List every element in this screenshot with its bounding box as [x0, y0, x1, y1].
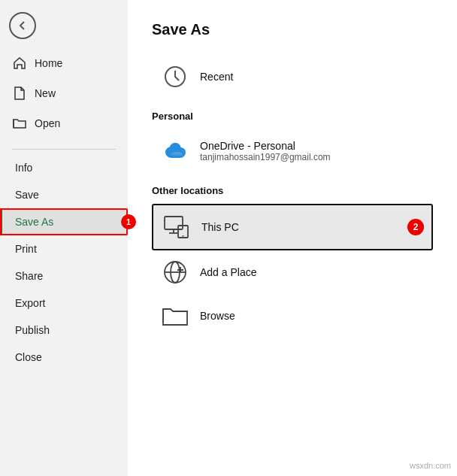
browse-option[interactable]: Browse	[152, 294, 433, 338]
sidebar-item-close[interactable]: Close	[0, 344, 128, 371]
annotation-badge-1: 1	[121, 214, 136, 229]
add-place-option-text: Add a Place	[200, 266, 257, 278]
add-place-option-title: Add a Place	[200, 266, 257, 278]
sidebar-item-print[interactable]: Print	[0, 235, 128, 262]
sidebar-item-home[interactable]: Home	[0, 48, 128, 78]
clock-icon	[161, 62, 189, 91]
sidebar: Home New Open Info	[0, 0, 128, 476]
onedrive-option-text: OneDrive - Personal tanjimahossain1997@g…	[200, 140, 331, 162]
home-icon	[12, 56, 27, 71]
sidebar-item-new[interactable]: New	[0, 78, 128, 108]
sidebar-item-info[interactable]: Info	[0, 154, 128, 181]
recent-option-text: Recent	[200, 71, 233, 83]
sidebar-divider	[12, 149, 116, 150]
sidebar-top-nav: Home New Open	[0, 48, 128, 144]
new-icon	[12, 86, 27, 101]
onedrive-option-subtitle: tanjimahossain1997@gmail.com	[200, 152, 331, 162]
onedrive-option-title: OneDrive - Personal	[200, 140, 331, 152]
page-title: Save As	[152, 21, 433, 38]
addplace-icon	[161, 258, 189, 287]
recent-option-title: Recent	[200, 71, 233, 83]
other-locations-section: Other locations This PC	[152, 185, 433, 338]
annotation-badge-2: 2	[407, 219, 424, 235]
sidebar-item-home-label: Home	[35, 57, 62, 69]
onedrive-icon	[161, 137, 189, 165]
sidebar-item-publish[interactable]: Publish	[0, 317, 128, 344]
main-content: Save As Recent Personal	[128, 0, 457, 476]
sidebar-item-save-as[interactable]: Save As 1	[0, 208, 128, 235]
thispc-icon	[162, 213, 191, 241]
browse-icon	[161, 302, 189, 330]
svg-rect-1	[165, 217, 183, 229]
this-pc-option-text: This PC	[201, 221, 239, 233]
sidebar-item-open[interactable]: Open	[0, 108, 128, 138]
recent-option[interactable]: Recent	[152, 55, 433, 99]
other-locations-label: Other locations	[152, 185, 433, 196]
watermark: wsxdn.com	[410, 461, 451, 470]
back-button[interactable]	[9, 12, 36, 39]
this-pc-wrapper: This PC 2	[152, 204, 433, 250]
sidebar-item-export[interactable]: Export	[0, 290, 128, 317]
recent-section: Recent	[152, 55, 433, 99]
add-place-option[interactable]: Add a Place	[152, 250, 433, 294]
this-pc-option[interactable]: This PC 2	[152, 204, 433, 250]
browse-option-title: Browse	[200, 310, 235, 322]
sidebar-item-save[interactable]: Save	[0, 181, 128, 208]
this-pc-option-title: This PC	[201, 221, 239, 233]
browse-option-text: Browse	[200, 310, 235, 322]
personal-section: Personal OneDrive - Personal tanjimahoss…	[152, 111, 433, 173]
sidebar-item-open-label: Open	[35, 117, 60, 129]
open-icon	[12, 116, 27, 131]
sidebar-item-share[interactable]: Share	[0, 262, 128, 290]
personal-section-label: Personal	[152, 111, 433, 122]
sidebar-item-new-label: New	[35, 87, 56, 99]
onedrive-option[interactable]: OneDrive - Personal tanjimahossain1997@g…	[152, 129, 433, 173]
